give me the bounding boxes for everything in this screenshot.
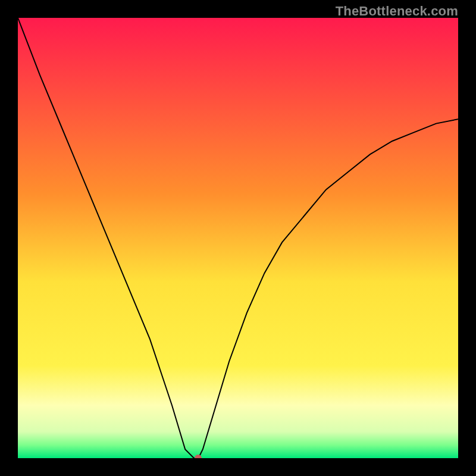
attribution-text: TheBottleneck.com: [336, 4, 458, 19]
curve-layer: [18, 18, 458, 458]
optimum-point-marker: [195, 455, 202, 458]
bottleneck-curve: [18, 18, 458, 458]
plot-area: [18, 18, 458, 458]
chart-container: TheBottleneck.com: [0, 0, 476, 476]
